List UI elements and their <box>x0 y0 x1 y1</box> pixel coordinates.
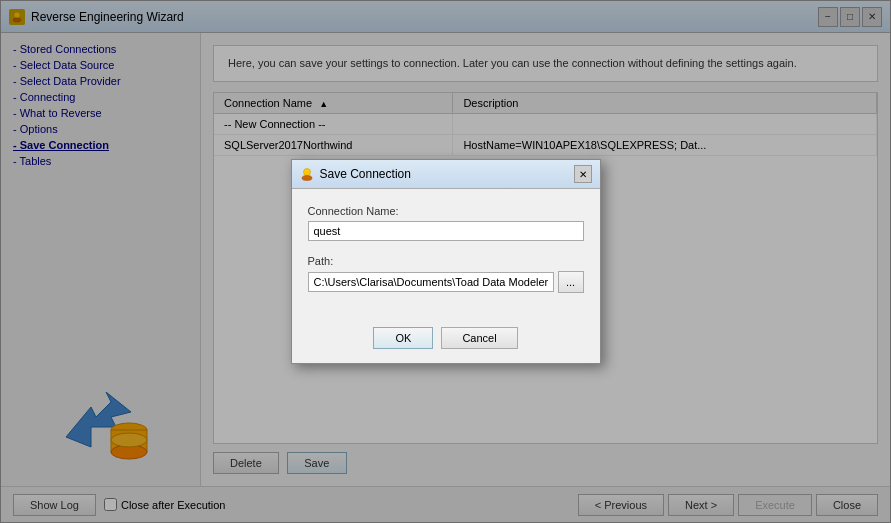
modal-title-bar: Save Connection ✕ <box>292 160 600 189</box>
svg-point-8 <box>302 176 312 181</box>
app-wrapper: Reverse Engineering Wizard − □ ✕ - Store… <box>0 0 891 523</box>
path-group: Path: ... <box>308 255 584 293</box>
modal-overlay: Save Connection ✕ Connection Name: Path:… <box>0 0 891 523</box>
modal-cancel-button[interactable]: Cancel <box>441 327 517 349</box>
modal-icon <box>300 167 314 181</box>
path-label: Path: <box>308 255 584 267</box>
modal-body: Connection Name: Path: ... <box>292 189 600 319</box>
connection-name-group: Connection Name: <box>308 205 584 241</box>
svg-point-7 <box>303 169 310 176</box>
modal-close-button[interactable]: ✕ <box>574 165 592 183</box>
connection-name-input[interactable] <box>308 221 584 241</box>
modal-ok-button[interactable]: OK <box>373 327 433 349</box>
modal-title-text: Save Connection <box>320 167 411 181</box>
connection-name-label: Connection Name: <box>308 205 584 217</box>
browse-button[interactable]: ... <box>558 271 584 293</box>
modal-footer: OK Cancel <box>292 319 600 363</box>
path-input[interactable] <box>308 272 554 292</box>
save-connection-modal: Save Connection ✕ Connection Name: Path:… <box>291 159 601 364</box>
path-row: ... <box>308 271 584 293</box>
modal-title-left: Save Connection <box>300 167 411 181</box>
